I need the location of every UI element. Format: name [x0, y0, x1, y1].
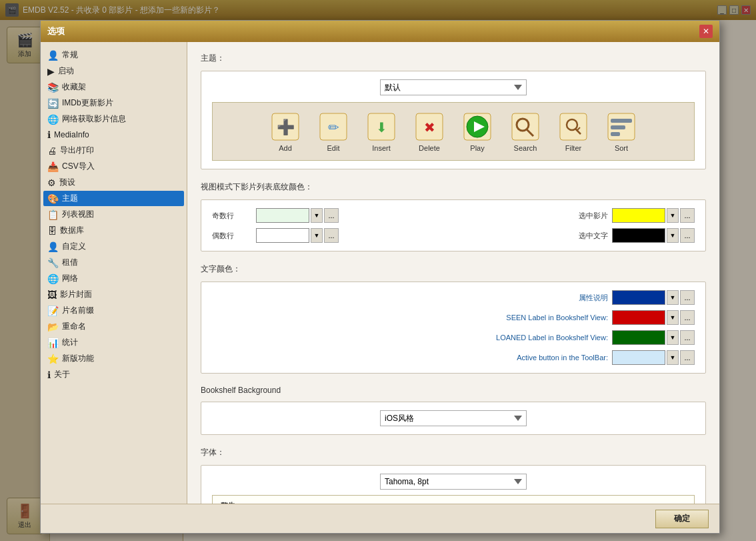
- selected-text-color-row: 选中文字 ▼ ...: [460, 228, 695, 243]
- nav-label-custom: 自定义: [62, 241, 86, 252]
- toolbar-search[interactable]: Search: [503, 108, 548, 155]
- nav-item-mediainfo[interactable]: ℹ MediaInfo: [43, 127, 184, 142]
- nav-item-csv[interactable]: 📥 CSV导入: [43, 159, 184, 174]
- bookshelf-bg-dropdown[interactable]: iOS风格: [380, 410, 527, 426]
- toolbar-delete[interactable]: ✖ Delete: [407, 108, 452, 155]
- loaned-more-btn[interactable]: ...: [680, 330, 695, 345]
- svg-rect-21: [611, 132, 620, 136]
- active-btn-dropdown-btn[interactable]: ▼: [667, 350, 679, 365]
- toolbar-play[interactable]: Play: [455, 108, 500, 155]
- seen-more-btn[interactable]: ...: [680, 310, 695, 325]
- toolbar-edit[interactable]: ✏ Edit: [311, 108, 356, 155]
- nav-item-db[interactable]: 🗄 数据库: [43, 223, 184, 238]
- nav-label-listview: 列表视图: [62, 209, 94, 220]
- nav-icon-stats: 📊: [47, 338, 59, 348]
- nav-item-about[interactable]: ℹ 关于: [43, 367, 184, 382]
- nav-item-shelf[interactable]: 📚 收藏架: [43, 79, 184, 95]
- nav-item-preset[interactable]: ⚙ 预设: [43, 175, 184, 190]
- active-btn-swatch[interactable]: [612, 350, 665, 365]
- nav-label-startup: 启动: [58, 65, 74, 77]
- nav-item-cover[interactable]: 🖼 影片封面: [43, 287, 184, 302]
- list-bg-box: 奇数行 ▼ ... 选中影片 ▼: [201, 199, 706, 251]
- even-row-more-btn[interactable]: ...: [324, 228, 339, 243]
- selected-text-swatch-container: ▼ ...: [612, 228, 695, 243]
- even-row-dropdown-btn[interactable]: ▼: [311, 228, 323, 243]
- loaned-swatch[interactable]: [612, 330, 665, 345]
- warning-box: 警告： 改变字体大小会影响窗口大小，但并不是所有的字体都适用于低分辨率设置（如1…: [212, 495, 695, 504]
- nav-item-imdb[interactable]: 🔄 IMDb更新影片: [43, 95, 184, 111]
- toolbar-add[interactable]: ➕ Add: [263, 108, 308, 155]
- loaned-dropdown-btn[interactable]: ▼: [667, 330, 679, 345]
- font-row: Tahoma, 8pt: [212, 474, 695, 490]
- nav-item-listview[interactable]: 📋 列表视图: [43, 207, 184, 222]
- toolbar-sort[interactable]: Sort: [599, 108, 644, 155]
- nav-item-export[interactable]: 🖨 导出/打印: [43, 143, 184, 158]
- text-color-rows: 属性说明 ▼ ... SEEN Label in Bookshelf View:: [212, 290, 695, 365]
- nav-item-net[interactable]: 🌐 网络: [43, 271, 184, 286]
- nav-label-rental: 租借: [62, 257, 78, 268]
- selected-movie-label: 选中影片: [561, 211, 608, 221]
- attr-swatch[interactable]: [612, 290, 665, 305]
- seen-swatch-container: ▼ ...: [612, 310, 695, 325]
- toolbar-filter[interactable]: Filter: [551, 108, 596, 155]
- bookshelf-bg-box: iOS风格: [201, 402, 706, 435]
- nav-label-stats: 统计: [62, 337, 78, 348]
- nav-item-custom[interactable]: 👤 自定义: [43, 239, 184, 254]
- selected-movie-dropdown-btn[interactable]: ▼: [667, 208, 679, 223]
- seen-swatch[interactable]: [612, 310, 665, 325]
- svg-text:➕: ➕: [277, 118, 295, 136]
- odd-row-swatch[interactable]: [256, 208, 309, 223]
- even-row-swatch[interactable]: [256, 228, 309, 243]
- selected-text-swatch[interactable]: [612, 228, 665, 243]
- nav-item-rename[interactable]: 📂 重命名: [43, 319, 184, 334]
- nav-item-general[interactable]: 👤 常规: [43, 47, 184, 63]
- selected-text-dropdown-btn[interactable]: ▼: [667, 228, 679, 243]
- dialog-close-btn[interactable]: ✕: [699, 25, 713, 38]
- nav-icon-db: 🗄: [47, 225, 57, 236]
- nav-label-db: 数据库: [60, 225, 84, 236]
- dialog-titlebar: 选项 ✕: [41, 21, 719, 42]
- toolbar-insert[interactable]: ⬇ Insert: [359, 108, 404, 155]
- active-btn-more-btn[interactable]: ...: [680, 350, 695, 365]
- nav-icon-listview: 📋: [47, 209, 59, 220]
- nav-item-network[interactable]: 🌐 网络获取影片信息: [43, 111, 184, 127]
- options-dialog: 选项 ✕ 👤 常规 ▶ 启动 📚 收藏架 🔄 IMDb更新影片 🌐: [40, 20, 720, 534]
- nav-item-prefix[interactable]: 📝 片名前缀: [43, 303, 184, 318]
- nav-icon-about: ℹ: [47, 370, 51, 380]
- toolbar-delete-label: Delete: [419, 144, 440, 152]
- selected-movie-more-btn[interactable]: ...: [680, 208, 695, 223]
- nav-icon-export: 🖨: [47, 145, 57, 156]
- nav-item-newfeature[interactable]: ⭐ 新版功能: [43, 351, 184, 366]
- nav-label-prefix: 片名前缀: [62, 305, 94, 316]
- theme-dropdown[interactable]: 默认: [380, 79, 527, 95]
- nav-icon-shelf: 📚: [47, 82, 59, 93]
- seen-color-row: SEEN Label in Bookshelf View: ▼ ...: [212, 310, 695, 325]
- font-section-title: 字体：: [201, 447, 706, 458]
- bookshelf-bg-row: iOS风格: [212, 410, 695, 426]
- active-btn-color-row: Active button in the ToolBar: ▼ ...: [212, 350, 695, 365]
- ok-btn[interactable]: 确定: [655, 510, 709, 528]
- odd-row-color-row: 奇数行 ▼ ...: [212, 208, 447, 223]
- svg-text:✏: ✏: [328, 120, 339, 135]
- even-row-color-row: 偶数行 ▼ ...: [212, 228, 447, 243]
- toolbar-sort-icon: [605, 111, 637, 143]
- nav-icon-cover: 🖼: [47, 290, 57, 300]
- dialog-title: 选项: [47, 25, 65, 37]
- attr-dropdown-btn[interactable]: ▼: [667, 290, 679, 305]
- selected-movie-swatch[interactable]: [612, 208, 665, 223]
- nav-item-theme[interactable]: 🎨 主题: [43, 191, 184, 206]
- seen-dropdown-btn[interactable]: ▼: [667, 310, 679, 325]
- font-dropdown[interactable]: Tahoma, 8pt: [380, 474, 527, 490]
- selected-text-more-btn[interactable]: ...: [680, 228, 695, 243]
- nav-item-rental[interactable]: 🔧 租借: [43, 255, 184, 270]
- odd-row-dropdown-btn[interactable]: ▼: [311, 208, 323, 223]
- nav-item-stats[interactable]: 📊 统计: [43, 335, 184, 350]
- attr-more-btn[interactable]: ...: [680, 290, 695, 305]
- nav-item-startup[interactable]: ▶ 启动: [43, 63, 184, 79]
- dialog-body: 👤 常规 ▶ 启动 📚 收藏架 🔄 IMDb更新影片 🌐 网络获取影片信息 ℹ: [41, 42, 719, 504]
- even-row-swatch-container: ▼ ...: [256, 228, 339, 243]
- odd-row-more-btn[interactable]: ...: [324, 208, 339, 223]
- toolbar-play-icon: [461, 111, 493, 143]
- text-color-title: 文字颜色：: [201, 263, 706, 275]
- nav-icon-csv: 📥: [47, 161, 59, 172]
